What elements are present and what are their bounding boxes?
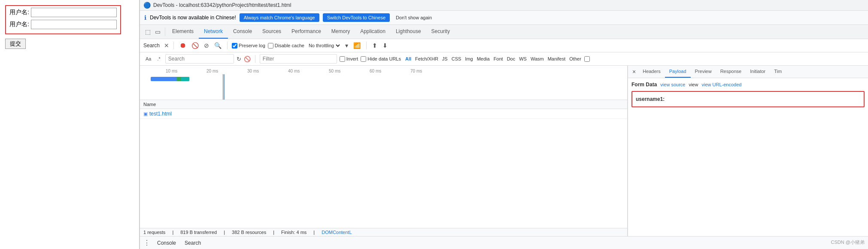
- type-css-button[interactable]: CSS: [450, 55, 463, 62]
- other-checkbox[interactable]: [584, 56, 590, 62]
- input-username2[interactable]: [31, 20, 117, 29]
- type-filter-buttons: All Fetch/XHR JS CSS Img Media Font Doc …: [404, 55, 590, 62]
- tab-security[interactable]: Security: [426, 25, 455, 39]
- devtools-title: DevTools - localhost:63342/pythonProject…: [153, 2, 291, 8]
- payload-tab-headers[interactable]: Headers: [638, 66, 665, 78]
- type-doc-button[interactable]: Doc: [505, 55, 517, 62]
- transferred-size: 819 B transferred: [180, 230, 217, 235]
- regex-button[interactable]: .*: [155, 55, 162, 62]
- tab-sources[interactable]: Sources: [257, 25, 286, 39]
- payload-tab-response[interactable]: Response: [716, 66, 746, 78]
- clear-search-icon[interactable]: 🚫: [244, 56, 251, 62]
- form-row-2: 用户名:: [9, 20, 117, 29]
- tab-memory[interactable]: Memory: [326, 25, 355, 39]
- bottom-console-tab[interactable]: Console: [155, 239, 178, 247]
- tick-20ms: 20 ms: [206, 69, 218, 73]
- filter-icon[interactable]: ⊘: [203, 41, 210, 50]
- network-list: 10 ms 20 ms 30 ms 40 ms 50 ms 60 ms 70 m…: [140, 66, 628, 236]
- payload-tab-initiator[interactable]: Initiator: [746, 66, 770, 78]
- invert-checkbox[interactable]: [340, 56, 345, 62]
- always-match-button[interactable]: Always match Chrome's language: [240, 13, 319, 22]
- type-ws-button[interactable]: WS: [517, 55, 528, 62]
- tab-console[interactable]: Console: [228, 25, 257, 39]
- bottom-search-tab[interactable]: Search: [183, 239, 203, 247]
- input-username1[interactable]: [31, 8, 117, 17]
- tab-elements[interactable]: Elements: [167, 25, 199, 39]
- type-img-button[interactable]: Img: [463, 55, 474, 62]
- network-body: 10 ms 20 ms 30 ms 40 ms 50 ms 60 ms 70 m…: [140, 66, 868, 236]
- domcontent-link[interactable]: DOMContentL: [322, 230, 352, 235]
- payload-close-button[interactable]: ×: [630, 67, 638, 77]
- timeline-red-line: [223, 74, 223, 100]
- preserve-log-checkbox[interactable]: [232, 43, 237, 49]
- form-data-row-username: username1:: [636, 95, 860, 103]
- search-icon[interactable]: 🔍: [213, 41, 223, 50]
- devtools-tabs-row: ⬚ ▭ Elements Network Console Sources Per…: [140, 25, 868, 39]
- match-case-button[interactable]: Aa: [143, 55, 153, 62]
- cursor-icon[interactable]: ⬚: [143, 26, 152, 38]
- tick-50ms: 50 ms: [329, 69, 340, 73]
- filter-input[interactable]: [260, 54, 337, 64]
- search-label: Search: [143, 43, 160, 49]
- network-controls-bar: Search ✕ ⏺ 🚫 ⊘ 🔍 Preserve log Disable ca…: [140, 39, 868, 52]
- label-username1: 用户名:: [9, 9, 29, 16]
- download-icon[interactable]: ⬇: [381, 41, 389, 50]
- file-name: test1.html: [149, 111, 172, 117]
- type-fetchxhr-button[interactable]: Fetch/XHR: [413, 55, 440, 62]
- submit-row: 提交: [5, 37, 134, 49]
- hide-data-label[interactable]: Hide data URLs: [361, 56, 401, 62]
- tick-30ms: 30 ms: [247, 69, 259, 73]
- payload-tab-preview[interactable]: Preview: [691, 66, 716, 78]
- tab-application[interactable]: Application: [355, 25, 391, 39]
- submit-button[interactable]: 提交: [5, 39, 26, 49]
- tab-lighthouse[interactable]: Lighthouse: [391, 25, 426, 39]
- file-row[interactable]: ▣ test1.html: [140, 109, 627, 119]
- form-data-header: Form Data view source view view URL-enco…: [631, 82, 865, 88]
- hide-data-checkbox[interactable]: [361, 56, 366, 62]
- upload-icon[interactable]: ⬆: [371, 41, 379, 50]
- type-wasm-button[interactable]: Wasm: [529, 55, 546, 62]
- payload-tab-payload[interactable]: Payload: [665, 66, 691, 78]
- webpage-panel: 用户名: 用户名: 提交: [0, 0, 140, 249]
- payload-tab-timing[interactable]: Tim: [770, 66, 786, 78]
- clear-button[interactable]: 🚫: [190, 41, 200, 50]
- type-font-button[interactable]: Font: [492, 55, 505, 62]
- invert-label[interactable]: Invert: [340, 56, 358, 62]
- refresh-icon[interactable]: ↻: [237, 56, 241, 62]
- form-data-section: Form Data view source view view URL-enco…: [628, 78, 868, 236]
- devtools-titlebar: 🔵 DevTools - localhost:63342/pythonProje…: [140, 0, 868, 11]
- view-url-link[interactable]: view URL-encoded: [701, 82, 741, 87]
- throttle-select[interactable]: No throttling: [307, 43, 341, 49]
- type-other-button[interactable]: Other: [568, 55, 583, 62]
- preserve-log-label[interactable]: Preserve log: [232, 43, 265, 49]
- view-source-link[interactable]: view source: [660, 82, 685, 87]
- form-group-bordered: 用户名: 用户名:: [5, 5, 121, 34]
- disable-cache-checkbox[interactable]: [268, 43, 273, 49]
- tick-40ms: 40 ms: [288, 69, 300, 73]
- type-all-button[interactable]: All: [404, 55, 413, 62]
- switch-devtools-button[interactable]: Switch DevTools to Chinese: [323, 13, 390, 22]
- type-manifest-button[interactable]: Manifest: [546, 55, 568, 62]
- search-close-icon[interactable]: ✕: [164, 42, 169, 49]
- wifi-icon[interactable]: 📶: [352, 41, 362, 50]
- form-row-1: 用户名:: [9, 8, 117, 17]
- type-media-button[interactable]: Media: [475, 55, 492, 62]
- divider1: [173, 42, 174, 49]
- search-input[interactable]: [165, 54, 234, 64]
- timeline-area: 10 ms 20 ms 30 ms 40 ms 50 ms 60 ms 70 m…: [140, 66, 627, 100]
- tab-divider: [165, 27, 165, 36]
- disable-cache-label[interactable]: Disable cache: [268, 43, 304, 49]
- device-icon[interactable]: ▭: [153, 26, 162, 38]
- form-data-content: username1:: [631, 91, 865, 107]
- invert-text: Invert: [346, 56, 358, 61]
- record-button[interactable]: ⏺: [178, 41, 188, 50]
- throttle-dropdown-icon[interactable]: ▾: [344, 41, 349, 50]
- tick-10ms: 10 ms: [166, 69, 177, 73]
- disable-cache-text: Disable cache: [275, 43, 304, 48]
- tab-performance[interactable]: Performance: [286, 25, 326, 39]
- form-data-title: Form Data: [631, 82, 657, 88]
- dont-show-again-button[interactable]: Don't show again: [393, 13, 434, 22]
- tab-network[interactable]: Network: [199, 25, 228, 39]
- type-js-button[interactable]: JS: [440, 55, 449, 62]
- chrome-logo-icon: 🔵: [143, 2, 151, 9]
